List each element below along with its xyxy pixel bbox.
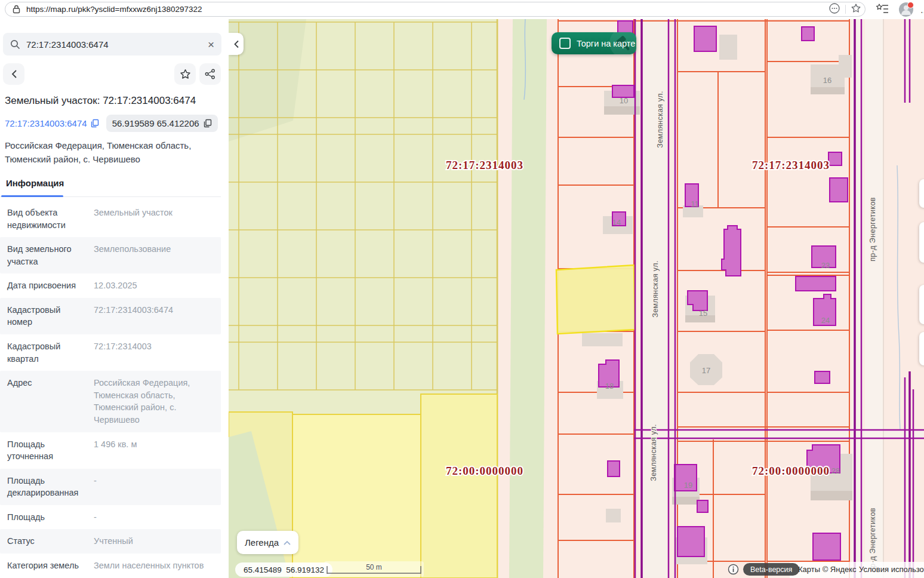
divider	[845, 5, 846, 14]
left-quarter-zone	[229, 19, 498, 578]
building[interactable]	[697, 500, 708, 512]
cadastral-map[interactable]: 10 14 16 11 23 15 24 17 18 19 28 Землянс…	[229, 19, 924, 578]
copy-icon[interactable]	[204, 119, 212, 128]
browser-chrome: https://map.ru/pkk?ysclid=mfxxwz6nj13802…	[0, 0, 924, 20]
beta-badge: Beta-версия	[743, 563, 799, 576]
tab-underline	[1, 195, 63, 197]
scale-bar: 50 m	[324, 561, 424, 577]
object-address: Российская Федерация, Тюменская область,…	[5, 139, 220, 166]
map-control-button[interactable]	[919, 222, 924, 263]
parcel-number-23: 23	[821, 261, 830, 270]
clear-search-icon[interactable]: ×	[208, 39, 214, 50]
chevron-left-icon	[11, 69, 17, 79]
table-row: СтатусУчтенный	[0, 529, 221, 554]
map-canvas[interactable]: 10 14 16 11 23 15 24 17 18 19 28 Землянс…	[229, 19, 924, 578]
chevron-up-icon	[284, 540, 291, 545]
lock-icon[interactable]	[13, 5, 20, 14]
star-icon	[180, 69, 191, 80]
coordinates-badge[interactable]: 56.919589 65.412206	[106, 115, 218, 132]
selected-parcel[interactable]	[556, 265, 635, 334]
street-label-zemlyanskaya: Землянская ул.	[649, 424, 658, 481]
parcel-number-11: 11	[691, 199, 699, 208]
torgi-checkbox[interactable]	[559, 38, 571, 49]
quarter-label: 72:17:2314003	[446, 159, 523, 171]
terms-of-use-link[interactable]: Условия использования	[859, 565, 924, 574]
map-control-button[interactable]	[919, 332, 924, 365]
parcel-number-17: 17	[702, 366, 710, 375]
profile-avatar[interactable]	[899, 2, 913, 17]
table-row: Площадь уточненная1 496 кв. м	[0, 432, 221, 469]
attribution-yandex[interactable]: Карты © Яндекс	[798, 565, 857, 574]
quarter-label: 72:00:0000000	[446, 465, 523, 477]
parcel-number-16: 16	[823, 76, 831, 85]
parcel-number-14: 14	[612, 218, 621, 227]
building[interactable]	[612, 85, 634, 97]
search-icon	[10, 39, 20, 50]
favorite-button[interactable]	[174, 63, 196, 85]
table-row: Категория земельЗемли населенных пунктов	[0, 554, 221, 578]
search-input[interactable]: 72:17:2314003:6474	[26, 39, 208, 50]
parcel-number-28: 28	[831, 466, 840, 475]
scale-label: 50 m	[324, 563, 424, 571]
table-row: Площадь декларированная-	[0, 469, 221, 505]
parcel-number-18: 18	[605, 382, 614, 391]
overflow-menu-cut[interactable]: ⋯	[920, 7, 924, 17]
search-bar[interactable]: 72:17:2314003:6474 ×	[3, 33, 221, 56]
url-text[interactable]: https://map.ru/pkk?ysclid=mfxxwz6nj13802…	[26, 5, 202, 14]
building[interactable]	[694, 26, 716, 51]
building[interactable]	[813, 533, 840, 560]
street-label-zemlyanskaya: Землянская ул.	[651, 260, 660, 318]
info-icon[interactable]	[728, 564, 739, 577]
table-row: Кадастровый номер72:17:2314003:6474	[0, 298, 221, 334]
building[interactable]	[815, 371, 830, 383]
legend-button[interactable]: Легенда	[237, 531, 298, 554]
building[interactable]	[722, 226, 741, 276]
notification-dot	[907, 2, 914, 8]
building[interactable]	[828, 152, 842, 165]
tab-information[interactable]: Информация	[6, 178, 64, 188]
share-button[interactable]	[199, 63, 221, 85]
parcel-number-24: 24	[821, 316, 830, 325]
building[interactable]	[830, 178, 848, 202]
quarter-label: 72:17:2314003	[752, 159, 830, 171]
torgi-na-karte-toggle[interactable]: Торги на карте	[552, 32, 636, 54]
back-button[interactable]	[3, 63, 24, 85]
street-label-zemlyanskaya: Землянская ул.	[656, 91, 664, 148]
table-row: АдресРоссийская Федерация, Тюменская обл…	[0, 371, 221, 432]
parcel-number-19: 19	[684, 481, 692, 490]
share-icon	[205, 69, 215, 79]
parcel-number-10: 10	[620, 96, 628, 105]
copy-icon[interactable]	[91, 119, 99, 128]
chevron-left-icon	[233, 40, 239, 48]
address-bar[interactable]: https://map.ru/pkk?ysclid=mfxxwz6nj13802…	[5, 2, 866, 17]
table-row: Вид объекта недвижимостиЗемельный участо…	[0, 201, 221, 237]
table-row: Площадь-	[0, 505, 221, 530]
page-title: Земельный участок: 72:17:2314003:6474	[5, 95, 221, 107]
building[interactable]	[796, 276, 836, 291]
parcel-number-15: 15	[699, 309, 707, 318]
street-label-energetikov: пр-д Энергетиков	[868, 197, 877, 262]
cadastral-number-link[interactable]: 72:17:2314003:6474	[5, 118, 99, 128]
info-panel: 72:17:2314003:6474 × Земельный участок: …	[0, 19, 229, 578]
bookmark-star-icon[interactable]	[851, 3, 861, 16]
table-row: Дата присвоения12.03.2025	[0, 273, 221, 298]
collapse-sidebar-button[interactable]	[229, 33, 244, 55]
building[interactable]	[802, 27, 814, 41]
building[interactable]	[677, 527, 704, 557]
table-row: Вид земельного участкаЗемлепользование	[0, 237, 221, 273]
table-row: Кадастровый квартал72:17:2314003	[0, 334, 221, 371]
ellipsis-circle-icon[interactable]	[828, 2, 840, 17]
map-control-button[interactable]	[919, 285, 924, 324]
info-table: Вид объекта недвижимостиЗемельный участо…	[0, 201, 221, 578]
quarter-label: 72:00:0000000	[752, 465, 830, 477]
collections-icon[interactable]	[876, 2, 889, 16]
map-control-button[interactable]	[919, 179, 924, 208]
cursor-coordinates-pill: 65.415489 56.919132	[235, 562, 332, 577]
building[interactable]	[608, 461, 620, 476]
